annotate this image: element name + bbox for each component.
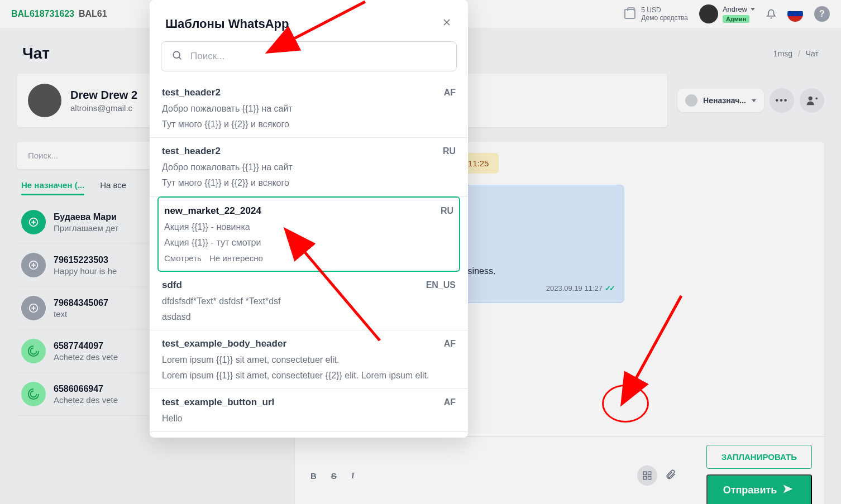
templates-button[interactable] [637, 465, 657, 486]
user-name: Andrew [723, 5, 747, 13]
template-item[interactable]: test_header2AFДобро пожаловать {{1}} на … [150, 79, 468, 138]
template-line: dfdsfsdf*Text* dsfdsf *Text*dsf [162, 296, 456, 306]
template-line: Акция {{1}} - тут смотри [164, 238, 453, 248]
svg-point-11 [173, 51, 180, 58]
template-lang: AF [444, 339, 456, 349]
search-icon [171, 50, 183, 63]
conv-name: 79684345067 [54, 298, 108, 308]
attach-icon[interactable] [665, 469, 676, 482]
templates-modal: Шаблоны WhatsApp Поиск... test_header2AF… [150, 0, 468, 438]
template-item[interactable]: test_example_button_urlAFHello [150, 389, 468, 432]
template-line: Lorem ipsum {{1}} sit amet, consectetuer… [162, 371, 456, 381]
template-name: new_market_22_2024 [164, 205, 261, 217]
assign-label: Неназнач... [703, 96, 746, 105]
wallet-amount: 5 USD [641, 6, 688, 14]
svg-rect-8 [648, 472, 651, 474]
double-check-icon: ✓✓ [605, 283, 614, 295]
modal-title: Шаблоны WhatsApp [165, 17, 289, 31]
italic-button[interactable]: I [348, 469, 358, 483]
template-lang: EN_US [426, 280, 456, 290]
conv-preview: Achetez des vete [54, 395, 118, 405]
template-lang: RU [443, 146, 456, 156]
wallet-block[interactable]: 5 USD Демо средства [624, 6, 688, 22]
svg-rect-9 [643, 477, 646, 479]
help-icon[interactable]: ? [814, 6, 830, 22]
wallet-icon [624, 9, 635, 19]
conv-preview: Приглашаем дет [54, 223, 118, 233]
contact-add-button[interactable] [800, 88, 824, 113]
schedule-button[interactable]: ЗАПЛАНИРОВАТЬ [706, 445, 812, 469]
conv-name: Будаева Мари [54, 212, 118, 222]
template-name: test_example_button_url [162, 397, 274, 408]
wallet-demo: Демо средства [641, 14, 688, 22]
breadcrumb: 1msg / Чат [773, 49, 819, 58]
balance-1[interactable]: BAL618731623 [11, 9, 74, 19]
conv-avatar-icon [21, 253, 46, 277]
template-lang: RU [441, 206, 453, 216]
more-button[interactable]: ••• [770, 88, 794, 113]
conv-name: 6586066947 [54, 384, 118, 394]
flag-ru-icon[interactable] [787, 6, 803, 22]
modal-search-placeholder: Поиск... [190, 51, 224, 62]
send-button[interactable]: Отправить [706, 474, 812, 504]
tab-all[interactable]: На все [100, 180, 126, 195]
conv-avatar-icon [21, 339, 46, 363]
contact-avatar [28, 84, 61, 117]
chevron-down-icon [751, 8, 755, 11]
conv-preview: Happy hour is he [54, 266, 117, 276]
template-line: Тут много {{1}} и {{2}} и всякого [162, 178, 456, 188]
strike-button[interactable]: S [328, 469, 340, 483]
highlight-circle [602, 385, 649, 423]
template-lang: AF [444, 88, 456, 98]
template-line: Тут много {{1}} и {{2}} и всякого [162, 119, 456, 129]
template-lang: AF [444, 397, 456, 407]
breadcrumb-root[interactable]: 1msg [773, 49, 792, 58]
template-action[interactable]: Не интересно [209, 253, 263, 263]
svg-rect-10 [648, 477, 651, 479]
admin-badge: Админ [723, 15, 749, 23]
message-time: 2023.09.19 11:27 [546, 283, 603, 295]
template-name: sdfd [162, 280, 182, 291]
template-name: test_example_body_header [162, 338, 286, 349]
unassigned-avatar-icon [685, 94, 697, 107]
breadcrumb-leaf: Чат [806, 49, 819, 58]
conv-avatar-icon [21, 382, 46, 406]
send-label: Отправить [723, 484, 777, 496]
contact-email: altroins@gmail.c [70, 103, 137, 113]
svg-point-0 [809, 97, 813, 100]
conv-name: 6587744097 [54, 341, 118, 351]
modal-search-input[interactable]: Поиск... [161, 41, 457, 71]
conv-avatar-icon [21, 296, 46, 320]
bold-button[interactable]: B [307, 469, 320, 483]
template-item[interactable]: test_example_body_headerAFLorem ipsum {{… [150, 330, 468, 389]
template-line: asdasd [162, 312, 456, 322]
page-title: Чат [22, 45, 50, 63]
conv-avatar-icon [21, 210, 46, 234]
template-item[interactable]: sdfdEN_USdfdsfsdf*Text* dsfdsf *Text*dsf… [150, 272, 468, 330]
close-icon[interactable] [441, 17, 452, 31]
template-line: Акция {{1}} - новинка [164, 222, 453, 232]
svg-rect-7 [643, 472, 646, 474]
template-item[interactable]: new_market_22_2024RUАкция {{1}} - новинк… [157, 196, 460, 272]
balance-2[interactable]: BAL61 [79, 9, 107, 19]
chevron-down-icon [752, 99, 756, 102]
conv-name: 79615223503 [54, 255, 117, 265]
template-line: Hello [162, 414, 456, 424]
template-line: Добро пожаловать {{1}} на сайт [162, 104, 456, 114]
assign-dropdown[interactable]: Неназнач... [677, 89, 764, 112]
bell-icon[interactable] [766, 8, 776, 20]
tab-unassigned[interactable]: Не назначен (... [21, 180, 84, 195]
template-name: test_header2 [162, 146, 221, 157]
send-arrow-icon [782, 483, 794, 497]
template-name: test_header2 [162, 87, 221, 98]
template-line: Lorem ipsum {{1}} sit amet, consectetuer… [162, 355, 456, 365]
template-action[interactable]: Смотреть [164, 253, 202, 263]
user-menu[interactable]: Andrew Админ [699, 4, 755, 23]
conv-preview: Achetez des vete [54, 352, 118, 362]
template-item[interactable]: test_header2RUДобро пожаловать {{1}} на … [150, 138, 468, 196]
avatar [699, 4, 718, 23]
conv-preview: text [54, 309, 108, 319]
contact-name: Drew Drew 2 [70, 89, 137, 102]
template-line: Добро пожаловать {{1}} на сайт [162, 162, 456, 172]
